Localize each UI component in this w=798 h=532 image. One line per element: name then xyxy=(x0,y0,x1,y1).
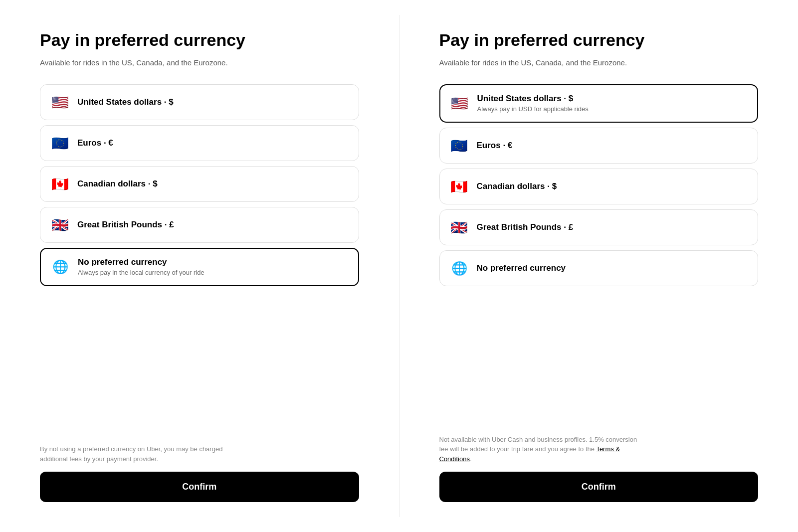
right-eur-info: Euros · € xyxy=(477,140,513,151)
left-currency-list: 🇺🇸 United States dollars · $ 🇪🇺 Euros · … xyxy=(40,84,359,286)
left-none-desc: Always pay in the local currency of your… xyxy=(78,269,204,277)
right-panel: Pay in preferred currency Available for … xyxy=(399,0,798,532)
right-currency-list: 🇺🇸 United States dollars · $ Always pay … xyxy=(439,84,759,286)
right-currency-usd[interactable]: 🇺🇸 United States dollars · $ Always pay … xyxy=(439,84,759,123)
right-footer-note: Not available with Uber Cash and busines… xyxy=(439,435,639,464)
right-currency-gbp[interactable]: 🇬🇧 Great British Pounds · £ xyxy=(439,209,759,245)
right-gbp-name: Great British Pounds · £ xyxy=(477,222,574,233)
right-gbp-info: Great British Pounds · £ xyxy=(477,222,574,233)
left-currency-eur[interactable]: 🇪🇺 Euros · € xyxy=(40,125,359,161)
left-footer-note: By not using a preferred currency on Ube… xyxy=(40,444,239,464)
us-flag-icon: 🇺🇸 xyxy=(50,94,69,111)
right-confirm-button[interactable]: Confirm xyxy=(439,472,759,502)
left-footer: By not using a preferred currency on Ube… xyxy=(40,444,359,502)
left-usd-name: United States dollars · $ xyxy=(77,97,174,108)
globe-icon-right: 🌐 xyxy=(450,261,469,276)
ca-flag-icon-right: 🇨🇦 xyxy=(450,178,469,195)
left-cad-name: Canadian dollars · $ xyxy=(77,178,158,189)
left-gbp-info: Great British Pounds · £ xyxy=(77,219,174,230)
right-panel-title: Pay in preferred currency xyxy=(439,30,759,50)
right-currency-cad[interactable]: 🇨🇦 Canadian dollars · $ xyxy=(439,169,759,204)
right-panel-subtitle: Available for rides in the US, Canada, a… xyxy=(439,57,759,69)
left-currency-usd[interactable]: 🇺🇸 United States dollars · $ xyxy=(40,84,359,120)
left-panel-title: Pay in preferred currency xyxy=(40,30,359,50)
globe-icon-left: 🌐 xyxy=(51,259,70,275)
left-none-info: No preferred currency Always pay in the … xyxy=(78,257,204,277)
eu-flag-icon-right: 🇪🇺 xyxy=(450,138,469,154)
left-usd-info: United States dollars · $ xyxy=(77,97,174,108)
left-panel-subtitle: Available for rides in the US, Canada, a… xyxy=(40,57,359,69)
left-currency-gbp[interactable]: 🇬🇧 Great British Pounds · £ xyxy=(40,207,359,243)
right-eur-name: Euros · € xyxy=(477,140,513,151)
right-footer-period: . xyxy=(470,455,472,463)
right-usd-desc: Always pay in USD for applicable rides xyxy=(477,105,589,114)
gb-flag-icon-left: 🇬🇧 xyxy=(50,217,69,233)
panels-wrapper: Pay in preferred currency Available for … xyxy=(0,0,798,532)
left-currency-cad[interactable]: 🇨🇦 Canadian dollars · $ xyxy=(40,166,359,202)
us-flag-icon-right: 🇺🇸 xyxy=(450,95,469,112)
gb-flag-icon-right: 🇬🇧 xyxy=(450,219,469,236)
right-none-name: No preferred currency xyxy=(477,263,566,274)
left-eur-info: Euros · € xyxy=(77,138,113,149)
right-footer: Not available with Uber Cash and busines… xyxy=(439,435,759,503)
right-usd-name: United States dollars · $ xyxy=(477,93,589,104)
right-cad-info: Canadian dollars · $ xyxy=(477,181,557,192)
ca-flag-icon: 🇨🇦 xyxy=(50,176,69,192)
right-none-info: No preferred currency xyxy=(477,263,566,274)
right-cad-name: Canadian dollars · $ xyxy=(477,181,557,192)
right-usd-info: United States dollars · $ Always pay in … xyxy=(477,93,589,114)
right-currency-none[interactable]: 🌐 No preferred currency xyxy=(439,250,759,286)
right-currency-eur[interactable]: 🇪🇺 Euros · € xyxy=(439,128,759,164)
left-gbp-name: Great British Pounds · £ xyxy=(77,219,174,230)
left-panel: Pay in preferred currency Available for … xyxy=(0,0,399,532)
left-confirm-button[interactable]: Confirm xyxy=(40,472,359,502)
left-none-name: No preferred currency xyxy=(78,257,204,268)
left-cad-info: Canadian dollars · $ xyxy=(77,178,158,189)
eu-flag-icon: 🇪🇺 xyxy=(50,135,69,152)
left-eur-name: Euros · € xyxy=(77,138,113,149)
left-currency-none[interactable]: 🌐 No preferred currency Always pay in th… xyxy=(40,248,359,286)
